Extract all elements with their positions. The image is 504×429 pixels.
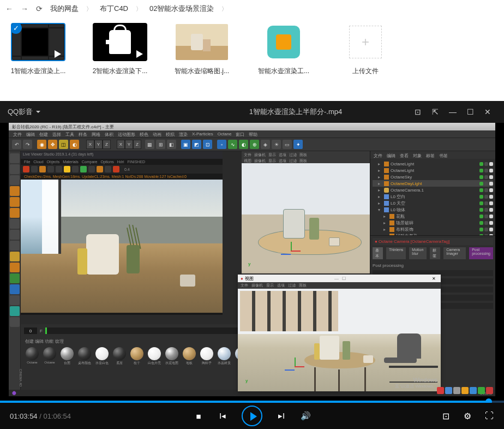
file-item[interactable]: 2智能水壶渲染下... (87, 23, 153, 76)
menu-item[interactable]: Cloud (33, 160, 43, 164)
menu-item[interactable]: 创建 (39, 132, 48, 136)
tray-icon[interactable] (461, 387, 469, 394)
menu-item[interactable]: 显示 (268, 158, 276, 164)
menu-item[interactable]: 模色 (140, 132, 148, 136)
popup-max-icon[interactable]: ☐ (342, 276, 346, 281)
menu-item[interactable]: 文件 (374, 153, 382, 157)
maximize-icon[interactable]: ☐ (461, 108, 479, 116)
cube-icon[interactable]: ▫ (217, 140, 226, 149)
material-item[interactable]: 水壶白色 (94, 347, 110, 366)
lv-lock-icon[interactable] (64, 166, 70, 172)
lv-icon[interactable] (88, 166, 95, 172)
workplane-icon[interactable] (10, 175, 20, 185)
point-icon[interactable] (10, 186, 20, 196)
file-item[interactable]: 智能水壶缩略图.j... (169, 23, 235, 76)
menu-item[interactable]: 过滤 (289, 158, 297, 164)
menu-item[interactable]: 编辑 (26, 132, 35, 136)
play-button[interactable] (242, 406, 262, 426)
camera-icon[interactable]: ▭ (283, 140, 292, 149)
next-button[interactable]: ▸I (277, 411, 286, 421)
env-icon[interactable]: ☀ (272, 140, 281, 149)
menu-item[interactable]: 过滤 (288, 283, 296, 288)
menu-item[interactable]: 摄像机 (254, 152, 266, 158)
menu-item[interactable]: 选项 (279, 152, 286, 158)
prev-button[interactable]: I◂ (218, 411, 227, 421)
tool-icon[interactable]: ▦ (145, 140, 154, 149)
tool-icon[interactable] (10, 284, 20, 294)
attr-tab[interactable]: Thinlens (386, 247, 406, 259)
menu-item[interactable]: 摄像机 (251, 283, 263, 288)
material-item[interactable]: 水晶材质 (216, 347, 232, 366)
refresh-icon[interactable]: ⟳ (36, 4, 43, 13)
undo-icon[interactable]: ↶ (12, 140, 21, 149)
menu-item[interactable]: 文件 (244, 152, 251, 158)
tool-icon[interactable] (10, 295, 20, 305)
tree-row[interactable]: ▾L0 物体 (373, 206, 493, 213)
upload-item[interactable]: + 上传文件 (333, 23, 398, 76)
menu-item[interactable]: 帮助 (249, 132, 257, 136)
lv-icon[interactable] (31, 166, 38, 172)
menu-item[interactable]: 文件 (13, 132, 22, 136)
menu-item[interactable]: 工具 (65, 132, 74, 136)
menu-item[interactable]: X-Particles (192, 132, 213, 136)
lv-icon[interactable] (113, 166, 119, 172)
menu-item[interactable]: 过滤 (289, 152, 297, 158)
material-item[interactable]: 台面 (59, 347, 75, 366)
stop-button[interactable]: ■ (194, 411, 203, 421)
tree-row[interactable]: ▸OctaneDayLight (373, 180, 493, 187)
live-select-icon[interactable]: ◉ (37, 140, 46, 149)
menu-item[interactable]: Hdri (117, 160, 124, 164)
menu-item[interactable]: 动画 (153, 132, 161, 136)
menu-item[interactable]: 网格 (92, 132, 100, 136)
popup-view[interactable]: y -z x Windows置"以激活 Windows。 (238, 289, 441, 391)
menu-item[interactable]: Compare (82, 160, 98, 164)
material-item[interactable]: 底座 (111, 347, 128, 366)
render-region-icon[interactable]: ⊡ (203, 140, 212, 149)
tree-row[interactable]: ▸OctaneSky (373, 174, 493, 180)
tray-icon[interactable] (470, 387, 477, 394)
menu-item[interactable]: Materials (63, 160, 78, 164)
tree-row[interactable]: ▸花瓶 (373, 213, 493, 219)
tray-icon[interactable] (437, 387, 444, 394)
menu-item[interactable]: 显示 (268, 152, 276, 158)
perspective-viewport[interactable]: 文件摄像机显示选项过滤面板 视图摄像机显示选项过滤面板 y -z x (242, 151, 370, 273)
material-item[interactable]: Octane (24, 347, 40, 366)
tool-icon[interactable] (10, 219, 20, 229)
tree-row[interactable]: ▸OctaneLight (373, 160, 493, 167)
tree-row[interactable]: ▸L0 天空 (373, 200, 493, 206)
menu-item[interactable]: 标签 (426, 153, 435, 157)
tray-icon[interactable] (478, 387, 485, 394)
material-item[interactable]: 枝干 (129, 347, 145, 366)
lv-icon[interactable] (72, 166, 79, 172)
gizmo-icon[interactable] (287, 358, 304, 375)
attr-tab[interactable]: Motion blur (409, 247, 427, 259)
render-settings-icon[interactable]: ◩ (192, 140, 201, 149)
menu-item[interactable]: 面板 (299, 152, 307, 158)
tree-row[interactable]: ▸布料装饰 (373, 226, 493, 233)
menu-item[interactable]: File (24, 160, 30, 164)
snap-icon[interactable] (10, 273, 20, 283)
material-item[interactable]: 地板 (181, 347, 197, 366)
screenshot-icon[interactable]: ⊡ (441, 411, 451, 421)
lv-icon[interactable] (39, 166, 46, 172)
tree-row[interactable]: ▸场景破碎 (373, 219, 493, 226)
crumb-2[interactable]: 02智能水壶场景渲染 (149, 4, 214, 14)
deformer-icon[interactable]: ◈ (261, 140, 270, 149)
scale-icon[interactable]: ◫ (59, 140, 68, 149)
menu-item[interactable]: 体积 (105, 132, 113, 136)
menu-item[interactable]: 显示 (266, 283, 274, 288)
menu-item[interactable]: 面板 (299, 158, 307, 164)
popup-min-icon[interactable]: — (334, 276, 339, 281)
menu-item[interactable]: 选项 (279, 158, 286, 164)
close-icon[interactable]: ✕ (479, 108, 496, 116)
viewports[interactable]: Live Viewer Studio 2019.1.4 (31 days lef… (21, 151, 370, 324)
minimize-icon[interactable]: — (444, 108, 461, 116)
menu-item[interactable]: 渲染 (179, 132, 188, 136)
attr-tab[interactable]: Post processing (469, 247, 493, 259)
gizmo-icon[interactable] (283, 242, 301, 259)
menu-item[interactable]: 面板 (299, 283, 307, 288)
tool-icon[interactable] (10, 306, 20, 316)
tree-row[interactable]: ▸L0 空白 (373, 193, 493, 200)
poly-icon[interactable] (10, 208, 20, 218)
move-icon[interactable]: ✥ (48, 140, 57, 149)
